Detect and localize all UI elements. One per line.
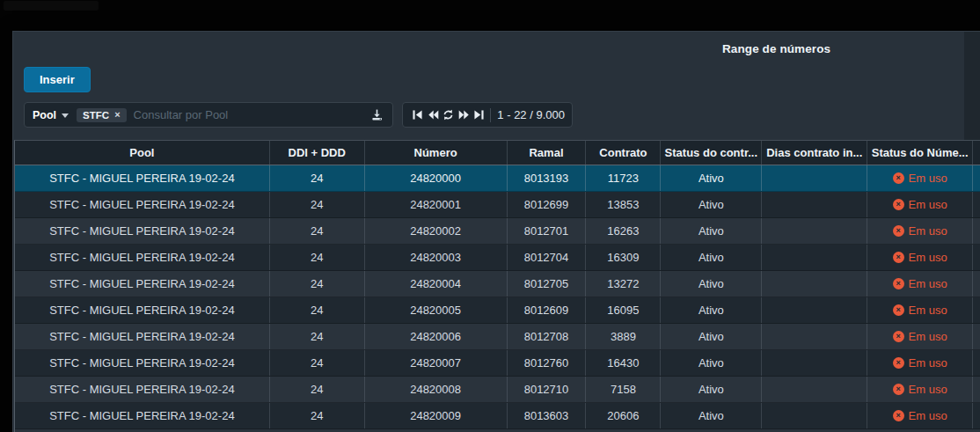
cell-extra (973, 192, 980, 217)
in-use-icon: × (893, 304, 904, 316)
cell-contrato: 3889 (586, 324, 661, 349)
next-page-button[interactable] (456, 103, 471, 127)
cell-status-contrato: Ativo (661, 192, 762, 217)
cell-ddi-ddd: 24 (270, 377, 365, 402)
status-badge: Em uso (909, 277, 947, 290)
cell-ramal: 8012760 (508, 350, 587, 376)
cell-status-contrato: Ativo (661, 324, 762, 349)
numbers-table: Pool DDI + DDD Número Ramal Contrato Sta… (14, 140, 980, 432)
cell-ddi-ddd: 24 (270, 271, 365, 297)
chip-close-icon[interactable]: × (114, 110, 120, 120)
column-header-ramal[interactable]: Ramal (508, 141, 587, 165)
cell-ramal: 8013603 (508, 403, 587, 428)
screen: Range de números Inserir Pool STFC × (0, 0, 980, 432)
refresh-icon[interactable] (441, 103, 456, 127)
column-header-status-contrato[interactable]: Status do contr... (661, 141, 762, 165)
search-input[interactable] (134, 108, 364, 121)
table-row[interactable]: STFC - MIGUEL PEREIRA 19-02-242424820007… (15, 350, 980, 377)
cell-extra (973, 377, 980, 402)
cell-dias-contrato (762, 377, 867, 402)
cell-pool: STFC - MIGUEL PEREIRA 19-02-24 (15, 245, 270, 270)
table-row[interactable]: STFC - MIGUEL PEREIRA 19-02-242424820002… (15, 218, 980, 245)
cell-numero: 24820006 (365, 324, 508, 349)
table-row[interactable]: STFC - MIGUEL PEREIRA 19-02-242424820003… (15, 245, 980, 271)
status-badge: Em uso (909, 356, 947, 370)
table-body: STFC - MIGUEL PEREIRA 19-02-242424820000… (15, 165, 980, 429)
cell-extra (973, 245, 980, 270)
cell-pool: STFC - MIGUEL PEREIRA 19-02-24 (15, 192, 270, 217)
cell-dias-contrato (762, 218, 867, 244)
cell-ramal: 8012699 (508, 192, 587, 217)
panel-title: Range de números (722, 42, 830, 55)
cell-extra (973, 350, 980, 376)
cell-numero: 24820007 (365, 350, 508, 376)
cell-ddi-ddd: 24 (270, 403, 365, 428)
cell-contrato: 16095 (586, 297, 661, 323)
status-badge: Em uso (909, 330, 947, 343)
cell-extra (973, 324, 980, 349)
cell-pool: STFC - MIGUEL PEREIRA 19-02-24 (15, 350, 270, 376)
cell-pool: STFC - MIGUEL PEREIRA 19-02-24 (15, 324, 270, 349)
cell-extra (973, 297, 980, 323)
column-header-contrato[interactable]: Contrato (586, 141, 661, 165)
column-header-numero[interactable]: Número (365, 141, 508, 165)
column-header-status-numero[interactable]: Status do Núme... (867, 141, 973, 165)
cell-numero: 24820000 (365, 165, 508, 191)
column-header-ddi-ddd[interactable]: DDI + DDD (270, 141, 365, 165)
first-page-button[interactable] (410, 103, 425, 127)
cell-numero: 24820009 (365, 403, 508, 428)
status-badge: Em uso (909, 383, 947, 396)
cell-contrato: 16430 (586, 350, 661, 376)
cell-numero: 24820008 (365, 377, 508, 402)
table-row[interactable]: STFC - MIGUEL PEREIRA 19-02-242424820001… (15, 192, 980, 218)
in-use-icon: × (893, 172, 904, 184)
previous-page-button[interactable] (425, 103, 440, 127)
cell-ddi-ddd: 24 (270, 192, 365, 217)
cell-contrato: 16263 (586, 218, 661, 244)
cell-dias-contrato (762, 271, 867, 297)
status-badge: Em uso (909, 172, 947, 185)
cell-dias-contrato (762, 324, 867, 349)
table-row[interactable]: STFC - MIGUEL PEREIRA 19-02-242424820004… (15, 271, 980, 297)
cell-dias-contrato (762, 350, 867, 376)
cell-contrato: 16309 (586, 245, 661, 270)
table-row[interactable]: STFC - MIGUEL PEREIRA 19-02-242424820009… (15, 403, 980, 429)
column-header-dias-contrato[interactable]: Dias contrato in... (762, 141, 867, 165)
status-badge: Em uso (909, 224, 947, 238)
table-row[interactable]: STFC - MIGUEL PEREIRA 19-02-242424820006… (15, 324, 980, 350)
cell-status-contrato: Ativo (661, 297, 762, 323)
cell-status-numero: ×Em uso (867, 324, 973, 349)
cell-extra (973, 218, 980, 244)
table-header-row: Pool DDI + DDD Número Ramal Contrato Sta… (15, 141, 980, 165)
cell-contrato: 7158 (586, 377, 661, 402)
cell-status-numero: ×Em uso (867, 165, 973, 191)
status-badge: Em uso (909, 409, 947, 422)
cell-ddi-ddd: 24 (270, 165, 365, 191)
cell-status-contrato: Ativo (661, 350, 762, 376)
filter-field-dropdown[interactable]: Pool (33, 109, 69, 121)
status-badge: Em uso (909, 198, 947, 211)
last-page-button[interactable] (472, 103, 486, 127)
column-header-pool[interactable]: Pool (15, 141, 270, 165)
cell-status-numero: ×Em uso (867, 218, 973, 244)
pagination-bar: 1 - 22 / 9.000 (402, 102, 573, 128)
table-row[interactable]: STFC - MIGUEL PEREIRA 19-02-242424820005… (15, 297, 980, 324)
cell-ramal: 8013193 (508, 165, 587, 191)
cell-ddi-ddd: 24 (270, 350, 365, 376)
chevron-down-icon (62, 113, 69, 118)
cell-contrato: 13853 (586, 192, 661, 217)
cell-status-contrato: Ativo (661, 377, 762, 402)
download-icon[interactable] (369, 107, 384, 122)
cell-ddi-ddd: 24 (270, 297, 365, 323)
cell-dias-contrato (762, 192, 867, 217)
cell-status-contrato: Ativo (661, 218, 762, 244)
filter-chip[interactable]: STFC × (77, 108, 126, 122)
status-badge: Em uso (909, 304, 947, 317)
filter-bar: Pool STFC × (24, 102, 393, 128)
in-use-icon: × (893, 410, 904, 421)
cell-ddi-ddd: 24 (270, 245, 365, 270)
table-row[interactable]: STFC - MIGUEL PEREIRA 19-02-242424820000… (15, 165, 980, 192)
insert-button[interactable]: Inserir (24, 67, 91, 92)
cell-numero: 24820004 (365, 271, 508, 297)
table-row[interactable]: STFC - MIGUEL PEREIRA 19-02-242424820008… (15, 377, 980, 403)
